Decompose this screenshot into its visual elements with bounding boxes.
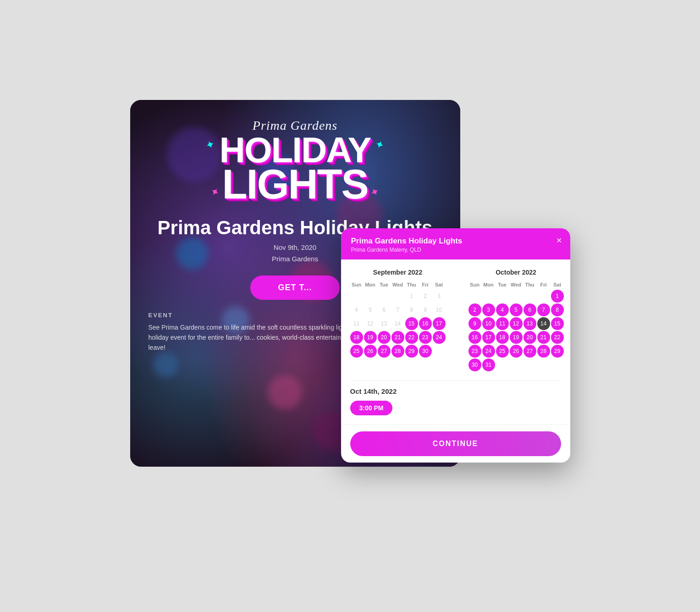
sep-day-21[interactable]: 21	[391, 331, 404, 344]
oct-day-19[interactable]: 19	[510, 331, 523, 344]
sep-day-6: 6	[378, 303, 391, 316]
october-calendar: October 2022 Sun Mon Tue Wed Thu Fri Sat	[469, 269, 564, 371]
oct-day-3[interactable]: 3	[482, 303, 495, 316]
sep-header-sat: Sat	[433, 281, 446, 289]
oct-day-26[interactable]: 26	[510, 345, 523, 358]
oct-header-tue: Tue	[496, 281, 509, 289]
lights-text: LIGHTS	[220, 166, 371, 203]
sep-day-13: 13	[378, 317, 391, 330]
sep-day-4: 4	[350, 303, 363, 316]
oct-day-5[interactable]: 5	[510, 303, 523, 316]
oct-header-mon: Mon	[482, 281, 495, 289]
oct-day-11[interactable]: 11	[496, 317, 509, 330]
september-calendar: September 2022 Sun Mon Tue Wed Thu Fri S…	[350, 269, 446, 371]
oct-header-thu: Thu	[524, 281, 536, 289]
sep-day-25[interactable]: 25	[350, 345, 363, 358]
sep-day-30[interactable]: 30	[419, 345, 432, 358]
sep-day-1: 1	[405, 290, 418, 303]
september-grid: Sun Mon Tue Wed Thu Fri Sat 1 2	[350, 281, 446, 358]
modal-close-button[interactable]: ×	[557, 236, 562, 245]
oct-day-25[interactable]: 25	[496, 345, 509, 358]
oct-day-22[interactable]: 22	[551, 331, 564, 344]
sep-day-16[interactable]: 16	[419, 317, 432, 330]
sep-header-wed: Wed	[391, 281, 404, 289]
oct-day-10[interactable]: 10	[482, 317, 495, 330]
oct-day-16[interactable]: 16	[469, 331, 481, 344]
oct-day-2[interactable]: 2	[469, 303, 481, 316]
oct-day-6[interactable]: 6	[524, 303, 536, 316]
oct-day-18[interactable]: 18	[496, 331, 509, 344]
oct-header-sat: Sat	[551, 281, 564, 289]
oct-day-27[interactable]: 27	[524, 345, 536, 358]
sep-day-24[interactable]: 24	[433, 331, 446, 344]
oct-day-9[interactable]: 9	[469, 317, 481, 330]
modal-footer: CONTINUE	[341, 425, 570, 463]
sep-day-9: 9	[419, 303, 432, 316]
sep-day-5: 5	[364, 303, 377, 316]
modal-body: September 2022 Sun Mon Tue Wed Thu Fri S…	[341, 259, 570, 425]
oct-day-7[interactable]: 7	[537, 303, 550, 316]
sep-header-tue: Tue	[378, 281, 391, 289]
leaf-decoration-tr: ✦	[373, 137, 386, 152]
sep-header-thu: Thu	[405, 281, 418, 289]
sep-day-19[interactable]: 19	[364, 331, 377, 344]
selected-date-label: Oct 14th, 2022	[350, 387, 561, 395]
date-picker-modal: Prima Gardens Holiday Lights Prima Garde…	[341, 228, 570, 463]
sep-day-20[interactable]: 20	[378, 331, 391, 344]
oct-header-sun: Sun	[469, 281, 481, 289]
oct-day-31[interactable]: 31	[482, 358, 495, 371]
modal-title: Prima Gardens Holiday Lights	[351, 237, 560, 246]
continue-button[interactable]: CONTINUE	[350, 431, 561, 456]
sep-day-12: 12	[364, 317, 377, 330]
sep-day-22[interactable]: 22	[405, 331, 418, 344]
leaf-decoration-tl: ✦	[204, 137, 216, 152]
scene: Prima Gardens ✦ ✦ ✦ ✦ HOLIDAY LIGHTS Pri…	[130, 100, 570, 513]
oct-day-30[interactable]: 30	[469, 358, 481, 371]
oct-day-15[interactable]: 15	[551, 317, 564, 330]
sep-day-17[interactable]: 17	[433, 317, 446, 330]
sep-day-29[interactable]: 29	[405, 345, 418, 358]
time-selection-section: Oct 14th, 2022 3:00 PM	[350, 380, 561, 415]
oct-day-13[interactable]: 13	[524, 317, 536, 330]
october-grid: Sun Mon Tue Wed Thu Fri Sat	[469, 281, 564, 371]
sep-day-23[interactable]: 23	[419, 331, 432, 344]
oct-day-28[interactable]: 28	[537, 345, 550, 358]
sep-header-mon: Mon	[364, 281, 377, 289]
sep-day-11: 11	[350, 317, 363, 330]
oct-day-17[interactable]: 17	[482, 331, 495, 344]
modal-header: Prima Gardens Holiday Lights Prima Garde…	[341, 228, 570, 259]
oct-day-8[interactable]: 8	[551, 303, 564, 316]
october-month-label: October 2022	[469, 269, 564, 276]
oct-day-20[interactable]: 20	[524, 331, 536, 344]
oct-day-23[interactable]: 23	[469, 345, 481, 358]
sep-header-fri: Fri	[419, 281, 432, 289]
sep-day-18[interactable]: 18	[350, 331, 363, 344]
time-slot-button[interactable]: 3:00 PM	[350, 401, 393, 415]
oct-day-12[interactable]: 12	[510, 317, 523, 330]
holiday-lights-logo: ✦ ✦ ✦ ✦ HOLIDAY LIGHTS	[220, 134, 371, 203]
oct-day-24[interactable]: 24	[482, 345, 495, 358]
sep-day-7: 7	[391, 303, 404, 316]
modal-subtitle: Prima Gardens Maleny, QLD	[351, 247, 560, 253]
sep-day-26[interactable]: 26	[364, 345, 377, 358]
sep-day-10: 10	[433, 303, 446, 316]
calendars-row: September 2022 Sun Mon Tue Wed Thu Fri S…	[350, 269, 561, 371]
sep-day-15[interactable]: 15	[405, 317, 418, 330]
oct-header-wed: Wed	[510, 281, 523, 289]
get-tickets-button[interactable]: GET T...	[250, 276, 339, 300]
oct-day-14[interactable]: 14	[537, 317, 550, 330]
oct-day-1[interactable]: 1	[551, 290, 564, 303]
oct-day-29[interactable]: 29	[551, 345, 564, 358]
september-month-label: September 2022	[350, 269, 446, 276]
sep-day-3: 3	[433, 290, 446, 303]
sep-day-27[interactable]: 27	[378, 345, 391, 358]
sep-day-28[interactable]: 28	[391, 345, 404, 358]
oct-day-21[interactable]: 21	[537, 331, 550, 344]
sep-day-14: 14	[391, 317, 404, 330]
sep-header-sun: Sun	[350, 281, 363, 289]
oct-header-fri: Fri	[537, 281, 550, 289]
sep-day-8: 8	[405, 303, 418, 316]
event-hero: Prima Gardens ✦ ✦ ✦ ✦ HOLIDAY LIGHTS	[130, 100, 460, 212]
sep-day-2: 2	[419, 290, 432, 303]
oct-day-4[interactable]: 4	[496, 303, 509, 316]
